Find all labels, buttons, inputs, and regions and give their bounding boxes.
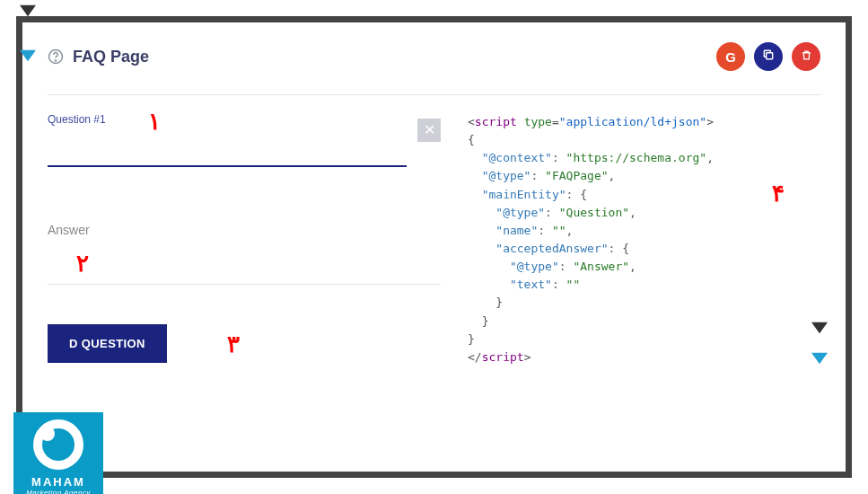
page-title: FAQ Page (73, 48, 149, 66)
logo-mark-icon (33, 419, 83, 470)
watermark-logo: MAHAM Marketing Agency (13, 412, 103, 494)
form-column: Question #1 ✕ ۱ Answer ۲ D QUESTION (48, 113, 441, 366)
caret-down-dark-icon (20, 4, 36, 21)
annotation-3: ۳ (227, 331, 240, 358)
annotation-2: ۲ (76, 250, 89, 278)
action-icons: G (716, 42, 820, 71)
trash-icon (801, 49, 812, 65)
google-g-icon: G (725, 49, 736, 65)
caret-down-blue-icon (20, 49, 36, 66)
remove-question-button[interactable]: ✕ (417, 119, 441, 142)
svg-marker-5 (811, 322, 828, 334)
delete-button[interactable] (792, 42, 820, 71)
title-wrap: FAQ Page (48, 48, 149, 66)
question-row: Question #1 ✕ (48, 113, 441, 167)
copy-icon (762, 49, 775, 65)
caret-down-dark-right-icon (811, 322, 828, 340)
add-question-button[interactable]: D QUESTION (48, 324, 167, 363)
caret-down-blue-right-icon (811, 352, 828, 370)
svg-point-3 (55, 60, 56, 61)
app-frame: FAQ Page G (16, 16, 852, 478)
canvas: FAQ Page G (0, 0, 868, 494)
content-area: FAQ Page G (22, 22, 846, 472)
answer-divider (48, 284, 441, 285)
watermark-line1: MAHAM (31, 475, 85, 489)
code-column: <script type="application/ld+json"> { "@… (468, 113, 820, 366)
columns: Question #1 ✕ ۱ Answer ۲ D QUESTION (48, 113, 820, 366)
svg-marker-1 (20, 50, 36, 62)
watermark-line2: Marketing Agency (26, 489, 91, 494)
copy-button[interactable] (754, 42, 783, 71)
svg-marker-6 (811, 353, 828, 365)
divider (48, 94, 820, 95)
header-row: FAQ Page G (48, 42, 820, 71)
svg-marker-0 (20, 5, 36, 17)
add-question-button-label: D QUESTION (69, 337, 145, 350)
help-circle-icon (48, 49, 64, 65)
answer-label: Answer (48, 223, 441, 237)
question-input[interactable] (48, 146, 407, 167)
code-block: <script type="application/ld+json"> { "@… (468, 113, 820, 366)
google-test-button[interactable]: G (716, 42, 745, 71)
svg-rect-4 (767, 53, 773, 59)
close-icon: ✕ (424, 123, 435, 137)
question-label: Question #1 (48, 113, 407, 126)
